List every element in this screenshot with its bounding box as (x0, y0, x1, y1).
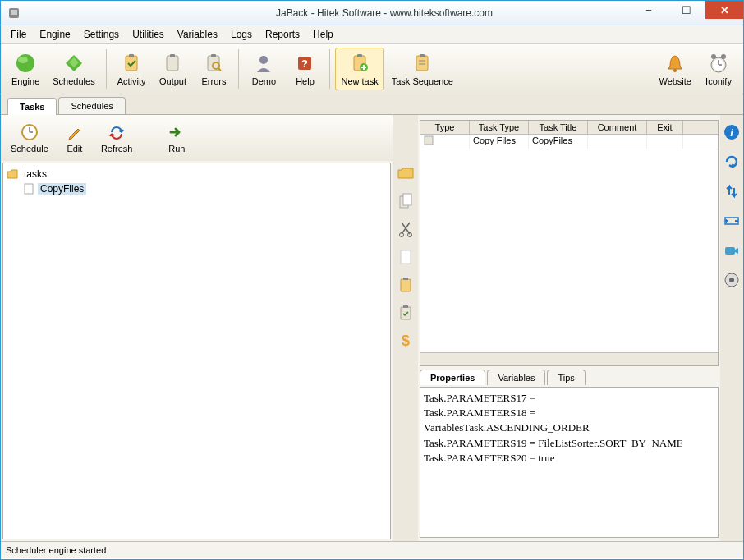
engine-button[interactable]: Engine (6, 48, 45, 90)
app-icon (7, 7, 21, 20)
svg-point-3 (18, 57, 28, 63)
schedules-button[interactable]: Schedules (47, 48, 100, 90)
tabstrip: Tasks Schedules (1, 94, 743, 114)
edit-button[interactable]: Edit (55, 121, 94, 155)
cut-button[interactable] (397, 220, 415, 238)
properties-panel[interactable]: Task.PARAMETERS17 = Task.PARAMETERS18 = … (420, 387, 719, 538)
svg-point-14 (259, 56, 268, 64)
cell-comment (588, 135, 647, 149)
svg-rect-49 (725, 247, 735, 255)
menu-file[interactable]: File (6, 27, 31, 42)
output-button[interactable]: Output (153, 48, 192, 90)
svg-rect-41 (403, 278, 408, 280)
schedule-button[interactable]: Schedule (6, 121, 53, 155)
prop-line: Task.PARAMETERS20 = true (424, 451, 714, 466)
svg-rect-45 (425, 136, 433, 145)
activity-button[interactable]: Activity (112, 48, 152, 90)
col-comment[interactable]: Comment (588, 121, 647, 134)
middle-toolbar: $ (393, 115, 418, 541)
cell-type-icon (420, 135, 470, 149)
svg-rect-39 (401, 250, 411, 264)
website-button[interactable]: Website (653, 48, 697, 90)
grid-header: Type Task Type Task Title Comment Exit (420, 121, 718, 135)
svg-rect-20 (416, 56, 428, 71)
cell-tasktype: Copy Files (470, 135, 529, 149)
dollar-button[interactable]: $ (397, 332, 415, 350)
svg-rect-6 (126, 56, 137, 71)
main-toolbar: Engine Schedules Activity Output Errors … (1, 44, 743, 94)
menu-settings[interactable]: Settings (79, 27, 124, 42)
col-tasktitle[interactable]: Task Title (529, 121, 588, 134)
document-icon (23, 183, 34, 195)
new-doc-button[interactable] (397, 248, 415, 266)
folder-open-button[interactable] (397, 164, 415, 182)
clock-icon (707, 52, 730, 75)
grid-row[interactable]: Copy Files CopyFiles (420, 135, 718, 149)
clipboard-pencil-icon (411, 52, 434, 75)
svg-rect-18 (357, 54, 362, 57)
col-type[interactable]: Type (420, 121, 470, 134)
info-button[interactable]: i (723, 123, 741, 141)
statusbar: Scheduler engine started (1, 541, 743, 558)
refresh-side-button[interactable] (723, 153, 741, 171)
copy-button[interactable] (397, 192, 415, 210)
grid-body[interactable]: Copy Files CopyFiles (420, 135, 718, 352)
refresh-button[interactable]: Refresh (96, 121, 138, 155)
tab-properties[interactable]: Properties (420, 370, 485, 385)
menu-logs[interactable]: Logs (226, 27, 257, 42)
clipboard-button[interactable] (397, 276, 415, 294)
iconify-button[interactable]: Iconify (699, 48, 738, 90)
task-tree[interactable]: tasks CopyFiles (2, 163, 391, 539)
svg-rect-7 (129, 54, 134, 57)
clipboard-check-button[interactable] (397, 304, 415, 322)
run-button[interactable]: Run (157, 121, 196, 155)
newtask-button[interactable]: New task (335, 48, 383, 90)
camera-button[interactable] (723, 241, 741, 259)
tree-root[interactable]: tasks (7, 167, 387, 181)
minimize-button[interactable]: − (630, 1, 668, 19)
menu-variables[interactable]: Variables (172, 27, 223, 42)
cell-tasktitle: CopyFiles (529, 135, 588, 149)
menu-reports[interactable]: Reports (260, 27, 305, 42)
close-button[interactable]: ✕ (705, 1, 743, 19)
svg-text:?: ? (302, 57, 309, 70)
tree-item-copyfiles[interactable]: CopyFiles (7, 181, 387, 196)
svg-rect-11 (211, 54, 216, 57)
left-pane: Schedule Edit Refresh Run tasks (1, 115, 393, 541)
sphere-green-icon (14, 52, 37, 75)
clipboard-plus-icon (348, 52, 371, 75)
svg-rect-42 (401, 307, 411, 319)
prop-line: Task.PARAMETERS18 = (424, 406, 714, 420)
tasksequence-button[interactable]: Task Sequence (386, 48, 459, 90)
menu-engine[interactable]: Engine (34, 27, 75, 42)
maximize-button[interactable]: ☐ (668, 1, 705, 19)
demo-button[interactable]: Demo (244, 48, 283, 90)
svg-point-30 (721, 54, 726, 59)
prop-line: Task.PARAMETERS17 = (424, 391, 714, 406)
updown-button[interactable] (723, 182, 741, 200)
errors-button[interactable]: Errors (194, 48, 233, 90)
pencil-icon (65, 122, 85, 142)
right-pane: Type Task Type Task Title Comment Exit C… (418, 115, 720, 541)
gear-button[interactable] (723, 271, 741, 289)
svg-point-2 (16, 54, 34, 72)
tab-tips[interactable]: Tips (547, 370, 585, 385)
svg-rect-8 (167, 56, 178, 71)
svg-point-29 (711, 54, 716, 59)
svg-text:$: $ (402, 333, 410, 349)
col-tasktype[interactable]: Task Type (470, 121, 529, 134)
menu-help[interactable]: Help (308, 27, 338, 42)
play-arrow-icon (167, 122, 186, 142)
user-demo-icon (252, 52, 275, 75)
help-button[interactable]: ? Help (285, 48, 324, 90)
tab-variables[interactable]: Variables (487, 370, 545, 385)
menubar: File Engine Settings Utilities Variables… (1, 25, 743, 44)
clock-small-icon (20, 122, 39, 142)
menu-utilities[interactable]: Utilities (127, 27, 169, 42)
col-exit[interactable]: Exit (647, 121, 683, 134)
grid-hscroll[interactable] (420, 352, 718, 365)
status-text: Scheduler engine started (6, 545, 106, 555)
tab-tasks[interactable]: Tasks (7, 98, 57, 115)
expand-button[interactable] (723, 212, 741, 230)
tab-schedules[interactable]: Schedules (58, 97, 125, 114)
